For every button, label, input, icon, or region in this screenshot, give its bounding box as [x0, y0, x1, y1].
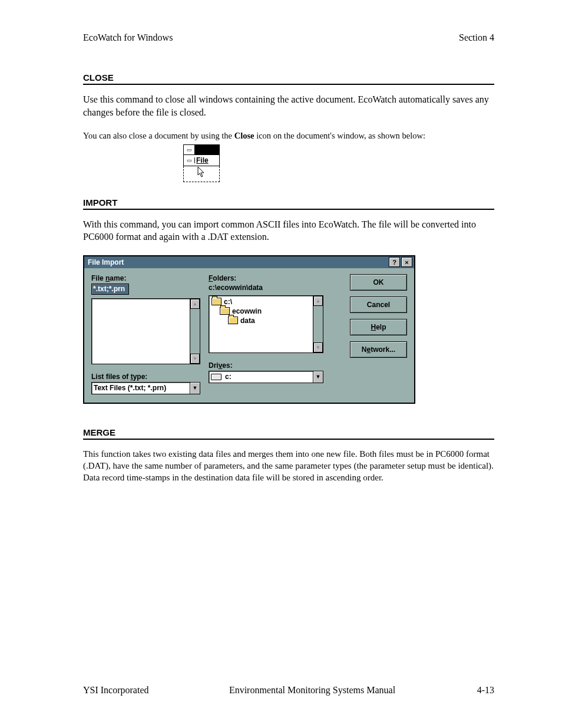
- scroll-up-icon[interactable]: ▲: [190, 299, 200, 309]
- drive-icon: [211, 374, 222, 380]
- section-title-import: IMPORT: [83, 197, 494, 210]
- list-type-label: List files of type:: [91, 373, 200, 381]
- scroll-down-icon[interactable]: ▼: [313, 342, 323, 353]
- folder-item[interactable]: c:\: [211, 297, 310, 307]
- dialog-titlebar[interactable]: File Import ? ×: [84, 256, 414, 268]
- folder-open-icon: [228, 317, 238, 324]
- close-paragraph-2: You can also close a document by using t…: [83, 130, 494, 142]
- folder-item[interactable]: data: [211, 316, 310, 325]
- section-title-merge: MERGE: [83, 427, 494, 440]
- page-footer: YSI Incorporated Environmental Monitorin…: [83, 685, 494, 696]
- ok-button[interactable]: OK: [350, 274, 407, 291]
- help-button[interactable]: Help: [350, 319, 407, 335]
- file-list[interactable]: ▲ ▼: [91, 298, 200, 364]
- system-menu-icon: ▭: [184, 157, 195, 163]
- section-title-close: CLOSE: [83, 73, 494, 85]
- drives-select[interactable]: c: ▼: [209, 371, 323, 383]
- close-icon-illustration: ▭ ▭ File: [183, 144, 220, 182]
- folder-scrollbar[interactable]: ▲ ▼: [313, 296, 323, 353]
- folder-open-icon: [220, 307, 230, 315]
- close-paragraph-1: Use this command to close all windows co…: [83, 93, 494, 118]
- merge-paragraph: This function takes two existing data fi…: [83, 448, 494, 484]
- drives-label: Drives:: [209, 361, 323, 370]
- header-right: Section 4: [459, 32, 494, 43]
- network-button[interactable]: Network...: [350, 341, 407, 358]
- list-type-select[interactable]: Text Files (*.txt; *.prn) ▼: [91, 382, 200, 394]
- footer-right: 4-13: [459, 685, 494, 696]
- help-titlebar-button[interactable]: ?: [389, 257, 400, 267]
- folders-label: Folders:: [209, 274, 323, 282]
- file-menu-label: File: [195, 156, 209, 164]
- cancel-button[interactable]: Cancel: [350, 297, 407, 313]
- page-header: EcoWatch for Windows Section 4: [83, 32, 494, 43]
- file-list-scrollbar[interactable]: ▲ ▼: [190, 299, 200, 364]
- file-import-dialog: File Import ? × File name: *.txt;*.prn ▲…: [83, 255, 415, 404]
- close-titlebar-button[interactable]: ×: [401, 257, 412, 267]
- footer-center: Environmental Monitoring Systems Manual: [166, 685, 459, 696]
- folder-item[interactable]: ecowwin: [211, 307, 310, 316]
- footer-left: YSI Incorporated: [83, 685, 166, 696]
- file-name-input[interactable]: *.txt;*.prn: [91, 284, 129, 295]
- folder-tree[interactable]: c:\ ecowwin data ▲ ▼: [209, 295, 323, 353]
- header-left: EcoWatch for Windows: [83, 32, 173, 43]
- dialog-title: File Import: [88, 258, 388, 266]
- chevron-down-icon[interactable]: ▼: [190, 383, 200, 394]
- folders-path: c:\ecowwin\data: [209, 284, 323, 292]
- scroll-up-icon[interactable]: ▲: [313, 296, 323, 306]
- folder-open-icon: [211, 298, 222, 305]
- system-menu-icon: ▭: [184, 145, 195, 154]
- cursor-icon: [197, 166, 206, 178]
- import-paragraph: With this command, you can import common…: [83, 218, 494, 243]
- scroll-down-icon[interactable]: ▼: [190, 354, 200, 364]
- file-name-label: File name:: [91, 274, 200, 282]
- chevron-down-icon[interactable]: ▼: [313, 371, 323, 383]
